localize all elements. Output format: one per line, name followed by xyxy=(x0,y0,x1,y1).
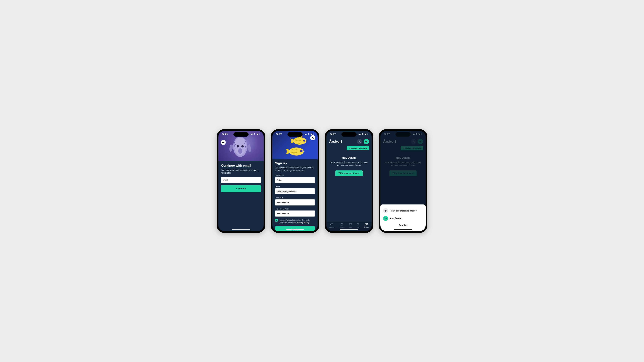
status-time: 10:37 xyxy=(276,133,282,135)
home-indicator[interactable] xyxy=(232,229,250,230)
map-icon xyxy=(349,223,352,226)
svg-rect-15 xyxy=(305,134,305,135)
tab-cafe[interactable]: Café xyxy=(357,223,360,228)
svg-rect-2 xyxy=(252,134,252,135)
svg-rect-35 xyxy=(341,224,343,225)
tab-program[interactable]: Program xyxy=(339,223,344,228)
close-button[interactable] xyxy=(310,135,315,140)
page-title: Årskort xyxy=(329,139,342,144)
user-icon xyxy=(358,140,361,143)
tab-kort[interactable]: Kort xyxy=(349,223,352,228)
arrow-left-icon xyxy=(222,141,224,143)
password-input[interactable] xyxy=(275,199,315,205)
add-tooltip: Tilføj eller køb årskort xyxy=(347,146,369,150)
first-name-label: First Name xyxy=(275,175,315,177)
check-icon xyxy=(276,220,277,221)
fish-illustration xyxy=(228,134,252,161)
password-label: Password xyxy=(275,197,315,199)
svg-point-37 xyxy=(366,224,366,224)
tab-label: Program xyxy=(339,227,344,228)
signal-icon xyxy=(250,133,252,135)
plus-icon xyxy=(383,208,388,213)
fish-icon xyxy=(330,223,334,226)
email-label: Email xyxy=(275,186,315,188)
svg-point-46 xyxy=(385,219,386,219)
calendar-icon xyxy=(340,223,343,226)
svg-rect-17 xyxy=(306,134,306,135)
tab-arskort[interactable]: Årskort xyxy=(364,223,368,228)
continue-button[interactable]: Continue xyxy=(275,226,315,231)
battery-icon xyxy=(256,133,260,135)
first-name-input[interactable] xyxy=(275,177,315,183)
sheet-add-label: Tilføj eksisterende årskort xyxy=(390,210,417,212)
wifi-icon xyxy=(253,133,256,135)
svg-rect-6 xyxy=(260,134,260,135)
hero-image xyxy=(218,131,264,161)
svg-point-10 xyxy=(241,145,244,147)
add-button[interactable] xyxy=(364,139,369,144)
card-icon xyxy=(365,223,368,226)
email-input[interactable] xyxy=(221,177,261,183)
svg-rect-3 xyxy=(252,134,252,135)
signal-icon xyxy=(304,133,306,135)
svg-point-47 xyxy=(386,219,386,219)
back-button[interactable] xyxy=(221,140,226,145)
terms-text: I accept National Aquarium Denmarks term… xyxy=(279,219,315,224)
tab-label: Kort xyxy=(349,226,352,228)
svg-point-34 xyxy=(332,224,333,224)
tab-label: Akvarier xyxy=(330,226,334,228)
page-title: Sign up xyxy=(275,161,315,165)
svg-rect-28 xyxy=(360,134,360,135)
page-title: Continue with email xyxy=(221,164,261,167)
welcome-text: Saml alle dine årskort i appen, så du al… xyxy=(330,161,368,167)
status-bar: 10:37 xyxy=(272,131,318,135)
close-icon xyxy=(312,137,314,139)
phone-mockup-1: 10:29 xyxy=(217,129,265,233)
svg-point-24 xyxy=(300,150,302,152)
signal-icon xyxy=(358,133,360,135)
profile-button[interactable] xyxy=(357,139,362,144)
repeat-password-input[interactable] xyxy=(275,211,315,217)
status-bar: 10:29 xyxy=(218,131,264,135)
status-indicators xyxy=(304,133,314,135)
cart-icon xyxy=(383,216,388,221)
tab-label: Årskort xyxy=(364,226,368,228)
sheet-add-existing[interactable]: Tilføj eksisterende årskort xyxy=(383,207,423,215)
wifi-icon xyxy=(307,133,310,135)
phone-mockup-4: 10:37 Årskort Tilføj eller køb årskort H… xyxy=(379,129,427,233)
status-bar: 10:37 xyxy=(326,131,372,135)
svg-point-13 xyxy=(238,148,242,154)
svg-rect-30 xyxy=(364,134,366,135)
battery-icon xyxy=(364,133,368,135)
status-indicators xyxy=(250,133,260,135)
status-time: 10:29 xyxy=(222,133,228,135)
action-sheet: Tilføj eksisterende årskort Køb årskort … xyxy=(380,204,426,231)
svg-rect-27 xyxy=(360,134,360,135)
svg-rect-31 xyxy=(368,134,368,135)
terms-checkbox[interactable] xyxy=(275,219,278,222)
privacy-policy-link[interactable]: Privacy Policy xyxy=(297,222,309,224)
tab-akvarier[interactable]: Akvarier xyxy=(330,223,334,228)
sheet-cancel-button[interactable]: Annuller xyxy=(383,222,423,226)
svg-rect-19 xyxy=(310,134,312,135)
home-indicator[interactable] xyxy=(394,229,412,230)
svg-point-22 xyxy=(303,140,305,142)
page-subtitle: We save your annual cards in your accoun… xyxy=(275,166,315,172)
fish-illustration xyxy=(290,136,309,146)
svg-point-11 xyxy=(238,146,238,146)
continue-button[interactable]: Continue xyxy=(221,185,261,192)
email-input[interactable] xyxy=(275,188,315,194)
phone-mockup-3: 10:37 Årskort Tilføj eller køb årskort H… xyxy=(325,129,373,233)
home-indicator[interactable] xyxy=(286,229,304,230)
sheet-buy[interactable]: Køb årskort xyxy=(383,215,423,222)
add-or-buy-button[interactable]: Tilføj eller køb årskort xyxy=(336,170,362,176)
battery-icon xyxy=(310,133,314,135)
svg-rect-0 xyxy=(250,135,250,135)
svg-rect-25 xyxy=(358,135,358,135)
svg-point-12 xyxy=(242,146,243,146)
home-indicator[interactable] xyxy=(340,229,358,230)
svg-rect-14 xyxy=(304,135,304,135)
svg-rect-1 xyxy=(251,134,251,135)
plus-icon xyxy=(365,141,367,143)
repeat-password-label: Repeat password xyxy=(275,208,315,210)
